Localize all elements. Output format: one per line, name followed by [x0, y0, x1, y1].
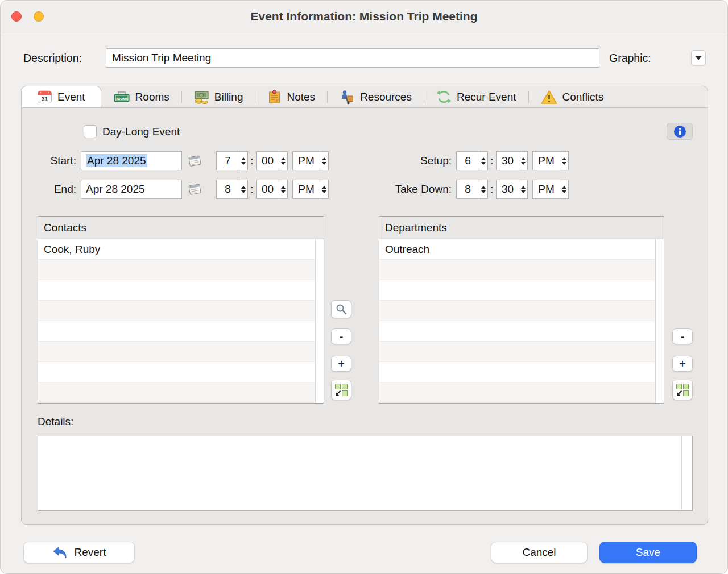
- start-date-value: Apr 28 2025: [86, 154, 147, 167]
- list-row-empty: [379, 301, 655, 321]
- end-minute-field[interactable]: 00: [256, 180, 288, 199]
- contacts-list-body: Cook, Ruby: [38, 239, 324, 403]
- list-row-empty: [38, 260, 315, 280]
- day-long-event-checkbox[interactable]: [84, 125, 97, 138]
- list-row-empty: [379, 382, 655, 403]
- contacts-remove-button[interactable]: -: [331, 328, 351, 344]
- end-date-picker-button[interactable]: [185, 182, 204, 197]
- end-meridiem-stepper[interactable]: [320, 180, 328, 198]
- stepper-down-icon: [562, 190, 566, 193]
- end-label: End:: [22, 180, 76, 199]
- take-down-hour-field[interactable]: 8: [456, 180, 488, 199]
- details-label: Details:: [38, 415, 73, 428]
- event-tab-panel: Day-Long Event Start: End: Setup: Take D…: [21, 107, 708, 525]
- take-down-meridiem-value: PM: [533, 180, 560, 198]
- recur-arrows-icon: [436, 89, 452, 105]
- end-hour-value: 8: [217, 180, 239, 198]
- stepper-up-icon: [481, 186, 486, 189]
- start-hour-value: 7: [217, 152, 239, 170]
- end-hour-field[interactable]: 8: [216, 180, 248, 199]
- stepper-up-icon: [322, 186, 326, 189]
- details-textarea[interactable]: [38, 436, 692, 510]
- setup-minute-field[interactable]: 30: [496, 151, 528, 170]
- stepper-up-icon: [562, 157, 566, 160]
- take-down-meridiem-stepper[interactable]: [560, 180, 568, 198]
- list-row-empty: [379, 280, 655, 301]
- setup-meridiem-value: PM: [533, 152, 560, 170]
- start-hour-stepper[interactable]: [239, 152, 247, 170]
- event-information-window: Event Information: Mission Trip Meeting …: [0, 0, 728, 574]
- take-down-minute-field[interactable]: 30: [496, 180, 528, 199]
- stepper-down-icon: [322, 190, 326, 193]
- setup-hour-value: 6: [457, 152, 479, 170]
- start-date-field[interactable]: Apr 28 2025: [81, 151, 182, 170]
- contacts-header: Contacts: [38, 217, 324, 239]
- start-minute-stepper[interactable]: [279, 152, 287, 170]
- departments-group-button[interactable]: [672, 380, 693, 400]
- end-date-field[interactable]: Apr 28 2025: [81, 180, 182, 199]
- end-meridiem-field[interactable]: PM: [292, 180, 329, 199]
- start-meridiem-stepper[interactable]: [320, 152, 328, 170]
- tab-rooms[interactable]: ROOMS Rooms: [101, 86, 181, 107]
- window-title: Event Information: Mission Trip Meeting: [1, 1, 727, 32]
- end-meridiem-value: PM: [293, 180, 320, 198]
- start-minute-field[interactable]: 00: [256, 151, 288, 170]
- setup-meridiem-stepper[interactable]: [560, 152, 568, 170]
- close-button[interactable]: [11, 11, 22, 22]
- save-button[interactable]: Save: [599, 542, 697, 563]
- cancel-button[interactable]: Cancel: [491, 542, 588, 563]
- take-down-meridiem-field[interactable]: PM: [532, 180, 569, 199]
- revert-button[interactable]: Revert: [23, 542, 135, 563]
- graphic-label: Graphic:: [609, 48, 651, 68]
- mini-calendar-icon: [187, 155, 202, 168]
- take-down-minute-value: 30: [497, 180, 519, 198]
- take-down-minute-stepper[interactable]: [519, 180, 527, 198]
- details-scrollbar-divider: [681, 436, 682, 510]
- departments-scrollbar[interactable]: [655, 239, 664, 403]
- stepper-down-icon: [241, 162, 246, 165]
- start-date-picker-button[interactable]: [185, 153, 204, 168]
- start-meridiem-field[interactable]: PM: [292, 151, 329, 170]
- setup-minute-stepper[interactable]: [519, 152, 527, 170]
- setup-label: Setup:: [357, 151, 452, 170]
- contacts-list: Contacts Cook, Ruby: [38, 216, 324, 404]
- stepper-up-icon: [562, 186, 566, 189]
- contacts-scrollbar[interactable]: [315, 239, 324, 403]
- list-item[interactable]: Cook, Ruby: [38, 239, 315, 260]
- list-row-empty: [38, 321, 315, 342]
- description-input[interactable]: [106, 48, 599, 68]
- day-long-event-label[interactable]: Day-Long Event: [102, 124, 180, 139]
- start-hour-field[interactable]: 7: [216, 151, 248, 170]
- end-minute-stepper[interactable]: [279, 180, 287, 198]
- take-down-hour-stepper[interactable]: [479, 180, 487, 198]
- setup-meridiem-field[interactable]: PM: [532, 151, 569, 170]
- tab-billing[interactable]: Billing: [182, 86, 255, 107]
- setup-hour-stepper[interactable]: [479, 152, 487, 170]
- note-pin-icon: [267, 89, 282, 105]
- tab-bar: 31 Event ROOMS Rooms Billing Notes: [21, 86, 708, 107]
- group-squares-icon: [334, 383, 349, 397]
- departments-add-button[interactable]: +: [672, 356, 693, 372]
- tab-event[interactable]: 31 Event: [21, 86, 101, 107]
- list-row-empty: [38, 382, 315, 403]
- tab-notes[interactable]: Notes: [255, 86, 327, 107]
- minimize-button[interactable]: [34, 11, 44, 22]
- list-item[interactable]: Outreach: [379, 239, 655, 260]
- tab-label: Resources: [360, 91, 412, 103]
- stepper-up-icon: [241, 186, 246, 189]
- tab-recur-event[interactable]: Recur Event: [424, 86, 528, 107]
- setup-hour-field[interactable]: 6: [456, 151, 488, 170]
- end-hour-stepper[interactable]: [239, 180, 247, 198]
- graphic-dropdown-button[interactable]: [691, 50, 706, 65]
- contacts-search-button[interactable]: [331, 300, 351, 318]
- tab-label: Rooms: [135, 91, 169, 103]
- tab-conflicts[interactable]: Conflicts: [529, 86, 616, 107]
- tab-label: Billing: [214, 91, 243, 103]
- time-separator: :: [249, 151, 255, 170]
- tab-resources[interactable]: Resources: [328, 86, 424, 107]
- contacts-group-button[interactable]: [331, 380, 351, 400]
- contacts-add-button[interactable]: +: [331, 356, 351, 372]
- departments-remove-button[interactable]: -: [672, 328, 693, 344]
- list-row-empty: [379, 342, 655, 362]
- info-button[interactable]: [667, 123, 693, 140]
